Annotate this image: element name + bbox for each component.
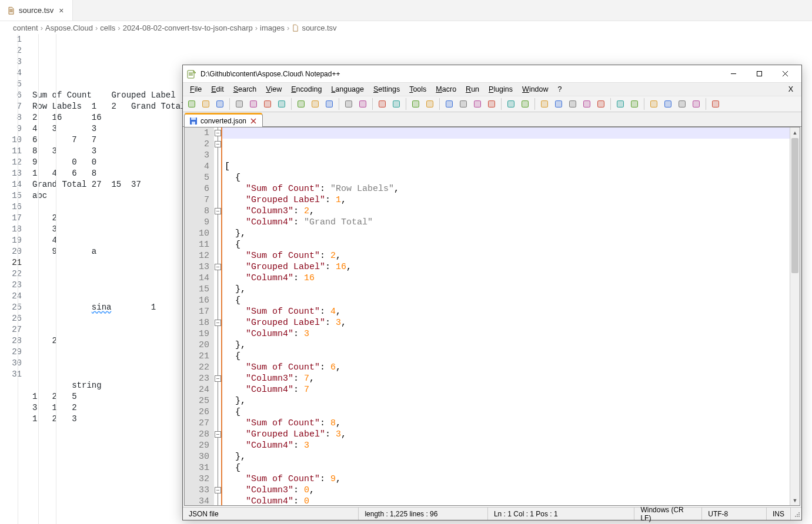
toolbar-button[interactable]	[690, 98, 703, 110]
titlebar[interactable]: D:\Github\content\Aspose.Cloud\ Notepad+…	[183, 65, 801, 83]
line-number: 22	[185, 362, 209, 373]
breadcrumb-item[interactable]: 2024-08-02-convert-tsv-to-json-csharp	[123, 23, 253, 32]
menu-settings[interactable]: Settings	[369, 84, 405, 95]
toolbar-separator	[229, 98, 230, 110]
vertical-scrollbar[interactable]: ▲ ▼	[790, 127, 800, 505]
fold-toggle-icon[interactable]	[215, 208, 221, 214]
menu-close-x[interactable]: X	[783, 84, 799, 95]
toolbar-button[interactable]	[213, 98, 226, 110]
menu-window[interactable]: Window	[517, 84, 553, 95]
fold-toggle-icon[interactable]	[215, 264, 221, 270]
document-tab[interactable]: converted.json	[184, 114, 263, 127]
line-number: 12	[185, 250, 209, 261]
line-number: 15	[0, 190, 22, 201]
toolbar-button[interactable]	[457, 98, 470, 110]
maximize-button[interactable]	[746, 66, 772, 82]
line-number: 30	[0, 358, 22, 369]
toolbar-separator	[644, 98, 644, 110]
toolbar-button[interactable]	[676, 98, 689, 110]
toolbar-button[interactable]	[185, 98, 198, 110]
menu-tools[interactable]: Tools	[405, 84, 431, 95]
toolbar-button[interactable]	[323, 98, 336, 110]
fold-toggle-icon[interactable]	[215, 375, 221, 382]
toolbar-button[interactable]	[594, 98, 607, 110]
toolbar-button[interactable]	[628, 98, 641, 110]
breadcrumb[interactable]: content›Aspose.Cloud›cells›2024-08-02-co…	[0, 21, 812, 34]
breadcrumb-item[interactable]: source.tsv	[302, 23, 336, 32]
close-icon[interactable]	[249, 117, 258, 125]
toolbar-button[interactable]	[647, 98, 660, 110]
toolbar-button[interactable]	[376, 98, 389, 110]
toolbar-button[interactable]	[504, 98, 517, 110]
toolbar-button[interactable]	[580, 98, 593, 110]
svg-rect-22	[345, 100, 352, 108]
fold-margin[interactable]	[214, 127, 222, 505]
menu-view[interactable]: View	[261, 84, 286, 95]
toolbar-button[interactable]	[356, 98, 369, 110]
menu-search[interactable]: Search	[229, 84, 262, 95]
scrollbar-thumb[interactable]	[791, 138, 798, 273]
fold-toggle-icon[interactable]	[215, 141, 221, 147]
tab-source-tsv[interactable]: source.tsv ×	[0, 0, 73, 21]
menu-encoding[interactable]: Encoding	[286, 84, 326, 95]
code-line: },	[225, 395, 800, 407]
menu-edit[interactable]: Edit	[206, 84, 229, 95]
toolbar-button[interactable]	[566, 98, 579, 110]
fold-toggle-icon[interactable]	[215, 431, 221, 438]
toolbar-button[interactable]	[309, 98, 322, 110]
toolbar-button[interactable]	[409, 98, 422, 110]
breadcrumb-item[interactable]: content	[13, 23, 38, 32]
toolbar-button[interactable]	[199, 98, 212, 110]
svg-rect-54	[597, 100, 604, 108]
toolbar-button[interactable]	[423, 98, 436, 110]
line-number: 26	[185, 407, 209, 418]
toolbar-button[interactable]	[233, 98, 246, 110]
line-number: 31	[0, 369, 22, 380]
line-number: 21	[185, 351, 209, 362]
menu-language[interactable]: Language	[326, 84, 369, 95]
menu-macro[interactable]: Macro	[431, 84, 461, 95]
line-number: 27	[0, 324, 22, 335]
code-line: "Column3": 0,	[225, 485, 800, 496]
toolbar-button[interactable]	[552, 98, 565, 110]
breadcrumb-item[interactable]: cells	[100, 23, 115, 32]
menu-file[interactable]: File	[185, 84, 206, 95]
fold-toggle-icon[interactable]	[215, 487, 221, 493]
menu-?[interactable]: ?	[553, 84, 567, 95]
toolbar-button[interactable]	[295, 98, 308, 110]
scroll-up-icon[interactable]: ▲	[790, 127, 800, 137]
svg-rect-4	[202, 100, 209, 108]
scroll-down-icon[interactable]: ▼	[790, 495, 800, 505]
toolbar-button[interactable]	[709, 98, 722, 110]
menu-run[interactable]: Run	[461, 84, 484, 95]
notepadpp-editor[interactable]: 1234567891011121314151617181920212223242…	[185, 127, 800, 505]
code-area[interactable]: [ { "Sum of Count": "Row Labels", "Group…	[222, 127, 800, 505]
toolbar-button[interactable]	[485, 98, 498, 110]
toolbar-button[interactable]	[247, 98, 260, 110]
fold-toggle-icon[interactable]	[215, 320, 221, 326]
toolbar-button[interactable]	[614, 98, 627, 110]
toolbar-button[interactable]	[471, 98, 484, 110]
close-icon[interactable]: ×	[57, 6, 65, 15]
disk-icon	[189, 117, 198, 125]
close-button[interactable]	[772, 66, 798, 82]
toolbar-button[interactable]	[275, 98, 288, 110]
toolbar-button[interactable]	[443, 98, 456, 110]
resize-grip-icon[interactable]	[791, 509, 801, 519]
toolbar-button[interactable]	[661, 98, 674, 110]
svg-rect-46	[541, 100, 548, 108]
line-number: 28	[185, 429, 209, 440]
breadcrumb-item[interactable]: Aspose.Cloud	[45, 23, 93, 32]
toolbar-button[interactable]	[261, 98, 274, 110]
notepadpp-icon	[186, 69, 197, 79]
fold-toggle-icon[interactable]	[215, 130, 221, 136]
menu-plugins[interactable]: Plugins	[484, 84, 517, 95]
toolbar-button[interactable]	[519, 98, 532, 110]
toolbar-button[interactable]	[538, 98, 551, 110]
toolbar-button[interactable]	[390, 98, 403, 110]
code-line: },	[225, 451, 800, 462]
status-bar: JSON file length : 1,225 lines : 96 Ln :…	[183, 507, 801, 520]
breadcrumb-item[interactable]: images	[260, 23, 285, 32]
toolbar-button[interactable]	[342, 98, 355, 110]
minimize-button[interactable]	[720, 66, 746, 82]
